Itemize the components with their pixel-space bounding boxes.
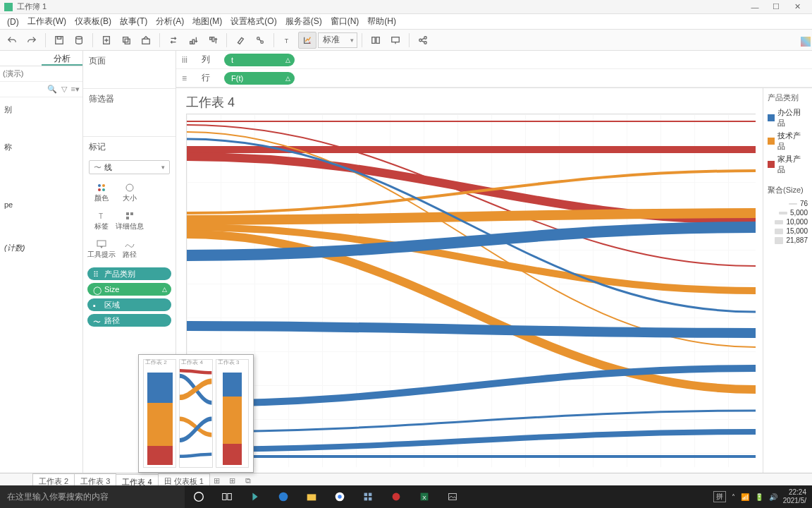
pill-size[interactable]: ◯Size△ [87,283,171,296]
size-icon: ◯ [93,286,100,293]
save-button[interactable] [50,32,68,49]
fit-dropdown[interactable]: 标准 [318,32,357,48]
svg-rect-41 [369,497,372,501]
pill-category[interactable]: ⠿产品类别 [87,267,171,280]
menu-server[interactable]: 服务器(S) [281,16,326,28]
columns-pill[interactable]: t△ [224,54,295,66]
new-worksheet-button[interactable]: ⊞ [209,476,225,485]
mark-size[interactable]: 大小 [116,179,144,207]
labels-button[interactable]: T [278,32,297,49]
menu-analysis[interactable]: 分析(A) [152,16,188,28]
sort-desc-button[interactable] [204,32,222,49]
tab-analytics[interactable]: 分析 [42,51,83,66]
battery-icon[interactable]: 🔋 [755,493,763,501]
rows-pill[interactable]: F(t)△ [224,72,295,85]
new-dashboard-button[interactable]: ⊞ [225,476,240,485]
svg-rect-35 [307,494,316,500]
wifi-icon[interactable]: 📶 [741,493,749,501]
app-grid-icon[interactable] [354,485,382,508]
menu-worksheet[interactable]: 工作表(W) [23,16,70,28]
tray-up-icon[interactable]: ˄ [732,493,735,501]
mark-tooltip[interactable]: 工具提示 [87,235,116,263]
cortana-icon[interactable] [185,485,213,508]
system-tray[interactable]: 拼 ˄ 📶 🔋 🔊 22:24 2021/5/ [713,488,812,505]
record-icon[interactable] [382,485,410,508]
mark-detail[interactable]: 详细信息 [116,207,144,235]
svg-rect-39 [369,493,372,497]
field-1[interactable]: 称 [3,139,80,155]
list-icon[interactable]: ≡▾ [71,85,80,94]
field-3[interactable]: (计数) [3,240,80,256]
share-button[interactable] [414,32,432,49]
field-0[interactable]: 别 [3,102,80,118]
viz-area[interactable]: 工作表 4 [176,88,763,473]
volume-icon[interactable]: 🔊 [769,493,777,501]
filter-icon[interactable]: ▽ [61,85,67,94]
menu-dashboard[interactable]: 仪表板(B) [70,16,116,28]
taskbar-search[interactable]: 在这里输入你要搜索的内容 [0,485,185,508]
redo-button[interactable] [23,32,41,49]
new-sheet-button[interactable] [97,32,116,49]
minimize-button[interactable]: — [744,3,765,11]
menu-story[interactable]: 故事(T) [116,16,152,28]
group-button[interactable] [251,32,269,49]
pill-region[interactable]: ▪区域 [87,298,171,311]
maximize-button[interactable]: ☐ [765,2,787,11]
presentation-button[interactable] [386,32,405,49]
undo-button[interactable] [3,32,21,49]
mark-path[interactable]: 路径 [116,235,144,263]
fix-axes-button[interactable]: x [298,32,316,49]
menu-help[interactable]: 帮助(H) [363,16,400,28]
mark-type-dropdown[interactable]: 〜 线 [89,160,170,174]
excel-icon[interactable]: X [410,485,438,508]
sort-asc-button[interactable] [184,32,202,49]
mark-label[interactable]: T标签 [87,207,116,235]
app-1-icon[interactable] [241,485,269,508]
chrome-icon[interactable] [326,485,354,508]
field-2[interactable]: pe [3,198,80,212]
legend-color-item[interactable]: 办公用品 [768,107,808,128]
viz-title[interactable]: 工作表 4 [186,94,757,111]
svg-text:T: T [99,212,103,220]
rows-shelf[interactable]: ≡ 行 F(t)△ [176,69,812,87]
new-story-button[interactable]: ⧉ [240,476,256,485]
legend-color-item[interactable]: 技术产品 [768,131,808,152]
show-cards-button[interactable] [367,32,385,49]
legend-size-item[interactable]: 76 [768,200,808,207]
detail-icon: ▪ [93,301,100,308]
legend-size-item[interactable]: 10,000 [768,218,808,226]
main-area: 分析 (演示) 🔍 ▽ ≡▾ 别 称 pe (计数) 页面 筛选器 标记 [0,51,812,473]
menu-format[interactable]: 设置格式(O) [226,16,281,28]
taskbar-clock[interactable]: 22:24 2021/5/ [783,488,806,505]
menu-window[interactable]: 窗口(N) [326,16,364,28]
swap-button[interactable] [164,32,183,49]
new-data-button[interactable] [70,32,88,49]
pages-title: 页面 [83,51,176,71]
mark-color[interactable]: 颜色 [87,179,116,207]
edge-icon[interactable] [269,485,297,508]
clear-button[interactable] [137,32,155,49]
chart[interactable] [186,114,756,467]
highlight-button[interactable] [231,32,250,49]
svg-point-20 [424,41,427,44]
search-icon[interactable]: 🔍 [47,85,57,94]
duplicate-button[interactable] [117,32,135,49]
legend-size-item[interactable]: 21,887 [768,236,808,244]
tab-data[interactable] [0,51,42,66]
close-button[interactable]: ✕ [787,2,808,11]
explorer-icon[interactable] [297,485,326,508]
photos-icon[interactable] [438,485,467,508]
titlebar: 工作簿 1 — ☐ ✕ [0,0,812,14]
menu-map[interactable]: 地图(M) [188,16,226,28]
svg-point-25 [126,184,133,191]
legend-color-item[interactable]: 家具产品 [768,154,808,175]
columns-shelf[interactable]: iii 列 t△ [176,51,812,69]
legend-size-item[interactable]: 15,000 [768,227,808,235]
pill-path[interactable]: 〜路径 [87,314,171,327]
menu-d[interactable]: (D) [3,17,23,27]
taskview-icon[interactable] [213,485,241,508]
data-pane: 分析 (演示) 🔍 ▽ ≡▾ 别 称 pe (计数) [0,51,83,473]
legend-size-item[interactable]: 5,000 [768,209,808,217]
show-me-button[interactable] [801,37,811,47]
ime-indicator[interactable]: 拼 [713,491,726,502]
